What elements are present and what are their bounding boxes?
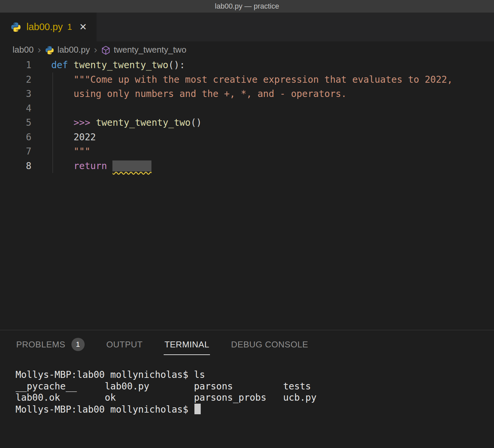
panel-tab-label: DEBUG CONSOLE — [231, 339, 308, 350]
code-text: """Come up with the most creative expres… — [31, 72, 453, 87]
panel-tab-debug-console[interactable]: DEBUG CONSOLE — [230, 335, 309, 355]
code-token — [51, 117, 73, 128]
python-icon — [11, 22, 21, 32]
terminal-line: Mollys-MBP:lab00 mollynicholas$ — [16, 404, 494, 416]
line-number[interactable]: 5 — [0, 115, 31, 130]
code-text: using only numbers and the +, *, and - o… — [31, 87, 347, 101]
line-number[interactable]: 3 — [0, 87, 31, 101]
line-number[interactable]: 8 — [0, 159, 31, 173]
code-text: def twenty_twenty_two(): — [31, 58, 185, 72]
code-token — [51, 132, 73, 143]
indent-guide — [53, 72, 53, 173]
breadcrumb-separator: › — [38, 44, 41, 55]
code-token: return — [73, 160, 112, 171]
panel-tab-label: TERMINAL — [164, 339, 209, 350]
code-token: using only numbers and the +, *, and - o… — [73, 88, 347, 99]
code-text — [31, 101, 51, 116]
code-token: >>> — [73, 117, 96, 128]
panel-tab-bar: PROBLEMS1OUTPUTTERMINALDEBUG CONSOLE — [0, 330, 494, 359]
line-number[interactable]: 1 — [0, 58, 31, 72]
code-line[interactable]: 2 """Come up with the most creative expr… — [0, 72, 494, 87]
code-token: twenty_twenty_two — [96, 117, 191, 128]
code-token: """ — [73, 146, 90, 157]
code-token — [51, 74, 73, 85]
terminal-line: lab00.ok ok parsons_probs ucb.py — [16, 392, 494, 404]
code-token: """Come up with the most creative expres… — [73, 74, 452, 85]
terminal-line: Mollys-MBP:lab00 mollynicholas$ ls — [16, 369, 494, 381]
symbol-function-icon — [101, 46, 110, 55]
code-text: >>> twenty_twenty_two() — [31, 115, 202, 130]
line-number[interactable]: 4 — [0, 101, 31, 116]
panel-tab-terminal[interactable]: TERMINAL — [164, 335, 210, 355]
tab-problems-count: 1 — [67, 22, 72, 32]
panel-tab-problems[interactable]: PROBLEMS1 — [16, 333, 85, 356]
terminal-cursor — [194, 404, 201, 414]
code-text: return — [31, 159, 151, 173]
code-line[interactable]: 5 >>> twenty_twenty_two() — [0, 115, 494, 130]
warning-selection — [112, 160, 151, 171]
terminal-line: __pycache__ lab00.py parsons tests — [16, 381, 494, 392]
tab-bar: lab00.py 1 ✕ — [0, 13, 494, 41]
window-title: lab00.py — practice — [215, 2, 279, 11]
breadcrumb-item-symbol[interactable]: twenty_twenty_two — [114, 45, 186, 55]
python-icon — [45, 46, 54, 55]
code-line[interactable]: 4 — [0, 101, 494, 116]
line-number[interactable]: 6 — [0, 130, 31, 145]
tab-lab00[interactable]: lab00.py 1 ✕ — [0, 13, 97, 41]
code-token: twenty_twenty_two — [73, 60, 168, 70]
code-token — [51, 146, 73, 157]
code-line[interactable]: 7 """ — [0, 144, 494, 159]
code-line[interactable]: 6 2022 — [0, 130, 494, 145]
code-editor[interactable]: 1def twenty_twenty_two():2 """Come up wi… — [0, 58, 494, 330]
code-text: """ — [31, 144, 90, 159]
line-number[interactable]: 2 — [0, 72, 31, 87]
panel-tab-label: PROBLEMS — [16, 339, 65, 350]
code-line[interactable]: 8 return — [0, 159, 494, 173]
code-token: (): — [168, 60, 185, 70]
code-lines: 1def twenty_twenty_two():2 """Come up wi… — [0, 58, 494, 173]
vscode-window: lab00.py — practice lab00.py 1 ✕ lab00 ›… — [0, 0, 494, 448]
code-line[interactable]: 1def twenty_twenty_two(): — [0, 58, 494, 72]
code-text: 2022 — [31, 130, 96, 145]
problems-count-badge: 1 — [71, 338, 85, 351]
code-token — [51, 160, 73, 171]
code-token — [51, 88, 73, 99]
code-token: () — [190, 117, 202, 128]
breadcrumb-item-file[interactable]: lab00.py — [58, 45, 90, 55]
breadcrumb: lab00 › lab00.py › twenty_twenty_two — [0, 41, 494, 58]
tab-label: lab00.py — [26, 22, 63, 32]
code-token: def — [51, 60, 73, 70]
line-number[interactable]: 7 — [0, 144, 31, 159]
tab-close-icon[interactable]: ✕ — [79, 22, 87, 32]
panel-tab-label: OUTPUT — [106, 339, 143, 350]
breadcrumb-item-folder[interactable]: lab00 — [13, 45, 34, 55]
title-bar: lab00.py — practice — [0, 0, 494, 13]
terminal[interactable]: Mollys-MBP:lab00 mollynicholas$ ls__pyca… — [0, 359, 494, 415]
code-token: 2022 — [73, 132, 96, 143]
code-line[interactable]: 3 using only numbers and the +, *, and -… — [0, 87, 494, 101]
bottom-panel: PROBLEMS1OUTPUTTERMINALDEBUG CONSOLE Mol… — [0, 330, 494, 448]
panel-tab-output[interactable]: OUTPUT — [106, 335, 144, 355]
breadcrumb-separator: › — [94, 44, 97, 55]
